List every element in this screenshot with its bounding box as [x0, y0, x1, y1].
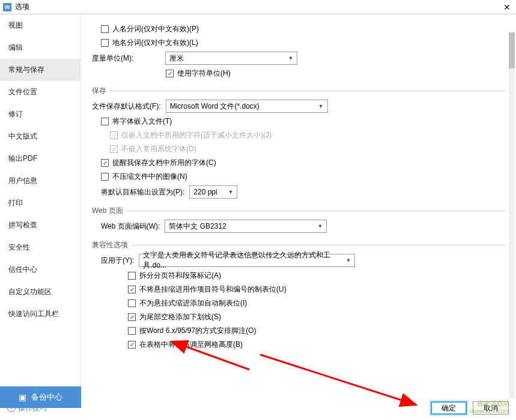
label-default-format: 文件保存默认格式(F):: [92, 101, 161, 112]
chevron-down-icon: ▼: [318, 103, 324, 109]
section-web-header: Web 页面: [92, 206, 123, 216]
chevron-down-icon: ▼: [228, 189, 233, 195]
scrollbar-thumb[interactable]: [509, 32, 515, 68]
dropdown-unit-value: 厘米: [169, 53, 184, 64]
section-compat-header: 兼容性选项: [92, 240, 128, 250]
sidebar-item-custom-ribbon[interactable]: 自定义功能区: [0, 281, 80, 303]
checkbox-compat-2[interactable]: [128, 299, 136, 307]
label-embed-only-used: 仅嵌入文档中所用的字符(适于减小文件大小)(J): [121, 130, 272, 140]
checkbox-embed-font[interactable]: [101, 118, 109, 125]
sidebar-item-general-save[interactable]: 常规与保存: [0, 59, 80, 81]
label-place-noun: 地名分词(仅对中文有效)(L): [112, 38, 198, 48]
checkbox-compat-4[interactable]: [128, 327, 136, 335]
sidebar-item-print[interactable]: 打印: [0, 192, 80, 214]
checkbox-not-embed-sys: [110, 145, 118, 153]
label-name-noun: 人名分词(仅对中文有效)(P): [112, 24, 199, 34]
help-tips-link[interactable]: ? 操作技巧: [7, 403, 47, 413]
label-remind-font: 提醒我保存文档中所用的字体(C): [112, 158, 216, 168]
help-tips-label: 操作技巧: [18, 403, 47, 413]
dropdown-web-encoding-value: 简体中文 GB2312: [169, 221, 226, 232]
sidebar-item-spellcheck[interactable]: 拼写检查: [0, 214, 80, 236]
watermark-text-1: 极光下载站: [470, 400, 510, 407]
sidebar-item-view[interactable]: 视图: [0, 14, 80, 37]
divider: [132, 245, 505, 245]
sidebar-item-user-info[interactable]: 用户信息: [0, 170, 80, 192]
sidebar-item-quick-toolbar[interactable]: 快速访问工具栏: [0, 303, 80, 325]
label-compat-4: 按Word 6.x/95/97的方式安排脚注(O): [139, 326, 256, 336]
label-compat-0: 拆分分页符和段落标记(A): [139, 271, 221, 281]
close-icon[interactable]: ✕: [501, 2, 513, 12]
checkbox-compat-3[interactable]: [128, 313, 136, 321]
divider: [127, 211, 505, 211]
section-save-header: 保存: [92, 86, 106, 96]
checkbox-remind-font[interactable]: [101, 159, 109, 167]
window-title: 选项: [15, 2, 501, 12]
chevron-down-icon: ▼: [345, 257, 351, 263]
label-apply-to: 应用于(Y):: [101, 256, 134, 266]
checkbox-compat-1[interactable]: [128, 286, 136, 293]
label-unit: 度量单位(M):: [92, 53, 133, 64]
ok-button[interactable]: 确定: [431, 401, 467, 415]
checkbox-char-unit[interactable]: [166, 70, 174, 77]
dropdown-resolution[interactable]: 220 ppi ▼: [189, 185, 237, 199]
label-compat-3: 为尾部空格添加下划线(S): [139, 312, 221, 322]
chevron-down-icon: ▼: [318, 223, 323, 229]
scrollbar-track[interactable]: [509, 32, 515, 398]
sidebar-item-security[interactable]: 安全性: [0, 236, 80, 259]
label-char-unit: 使用字符单位(H): [177, 68, 231, 79]
watermark-text-2: www.xz7.com: [470, 407, 510, 415]
label-compat-2: 不为悬挂式缩进添加自动制表位(I): [139, 298, 247, 308]
checkbox-compat-5[interactable]: [128, 341, 136, 349]
checkbox-compat-0[interactable]: [128, 272, 136, 280]
checkbox-no-compress[interactable]: [101, 173, 109, 181]
label-web-encoding: Web 页面编码(W):: [101, 221, 160, 232]
label-compat-5: 在表格中将行高调至网格高度(B): [139, 340, 243, 350]
main-panel: 人名分词(仅对中文有效)(P) 地名分词(仅对中文有效)(L) 度量单位(M):…: [81, 14, 516, 386]
app-icon: W: [3, 3, 11, 11]
sidebar: 视图 编辑 常规与保存 文件位置 修订 中文版式 输出PDF 用户信息 打印 拼…: [0, 14, 81, 386]
chevron-down-icon: ▼: [288, 55, 293, 61]
sidebar-item-chinese-layout[interactable]: 中文版式: [0, 125, 80, 148]
checkbox-name-noun[interactable]: [101, 25, 109, 33]
dropdown-default-format[interactable]: Microsoft Word 文件(*.docx) ▼: [166, 100, 328, 113]
watermark: 极光下载站 www.xz7.com: [470, 400, 510, 415]
sidebar-item-file-location[interactable]: 文件位置: [0, 81, 80, 103]
dropdown-default-format-value: Microsoft Word 文件(*.docx): [170, 101, 260, 112]
checkbox-embed-only-used: [110, 131, 118, 139]
sidebar-item-edit[interactable]: 编辑: [0, 37, 80, 59]
divider: [110, 91, 505, 91]
label-compat-1: 不将悬挂缩进用作项目符号和编号的制表位(U): [139, 284, 287, 295]
label-embed-font: 将字体嵌入文件(T): [112, 116, 172, 127]
dropdown-unit[interactable]: 厘米 ▼: [165, 52, 297, 65]
sidebar-item-trust-center[interactable]: 信任中心: [0, 259, 80, 281]
dropdown-apply-to[interactable]: 文字是人类用表义符号记录表达信息以传之久远的方式和工具.do... ▼: [139, 254, 355, 267]
sidebar-item-output-pdf[interactable]: 输出PDF: [0, 148, 80, 170]
dropdown-web-encoding[interactable]: 简体中文 GB2312 ▼: [165, 220, 327, 233]
help-icon: ?: [7, 404, 16, 412]
label-no-compress: 不压缩文件中的图像(N): [112, 172, 187, 182]
dropdown-apply-to-value: 文字是人类用表义符号记录表达信息以传之久远的方式和工具.do...: [143, 250, 351, 271]
checkbox-place-noun[interactable]: [101, 39, 109, 47]
dropdown-resolution-value: 220 ppi: [193, 188, 217, 196]
label-default-res: 将默认目标输出设置为(P):: [101, 187, 184, 197]
sidebar-item-revision[interactable]: 修订: [0, 103, 80, 125]
label-not-embed-sys: 不嵌入常用系统字体(D): [121, 144, 196, 154]
